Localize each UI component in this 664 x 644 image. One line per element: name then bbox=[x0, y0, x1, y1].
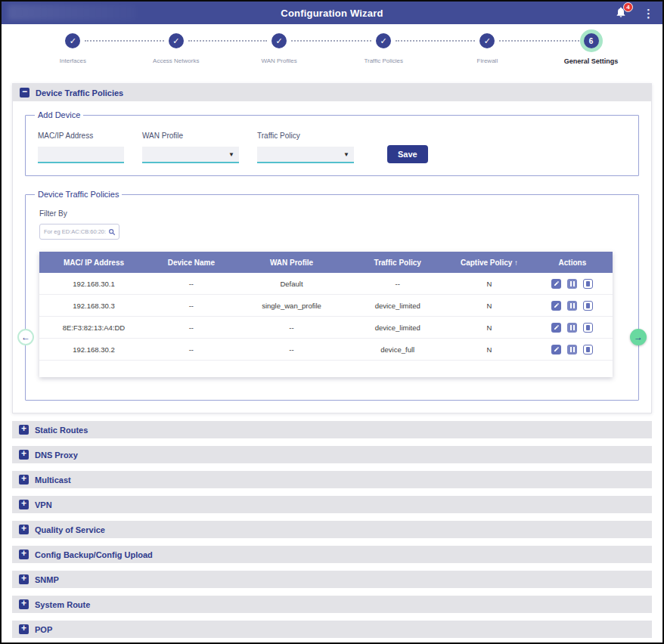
captive-policy-cell: N bbox=[446, 302, 532, 310]
traffic-policy-cell: -- bbox=[349, 280, 446, 288]
save-button[interactable]: Save bbox=[387, 145, 428, 163]
step-number: 6 bbox=[589, 37, 594, 45]
step-circle-interfaces[interactable]: ✓ bbox=[65, 33, 80, 48]
expand-icon[interactable]: + bbox=[19, 574, 29, 584]
filter-field bbox=[39, 224, 119, 240]
mac-ip-label: MAC/IP Address bbox=[38, 132, 124, 140]
column-header[interactable]: Captive Policy ↑ bbox=[446, 259, 532, 267]
traffic-policy-cell: device_full bbox=[349, 345, 446, 354]
section-header-multicast[interactable]: +Multicast bbox=[12, 471, 652, 488]
edit-icon[interactable] bbox=[551, 345, 561, 355]
section-title: System Route bbox=[35, 600, 90, 609]
search-icon[interactable] bbox=[108, 228, 116, 236]
configuration-wizard-page: { "header": { "title": "Configuration Wi… bbox=[0, 0, 664, 644]
wan-profile-cell: single_wan_profile bbox=[234, 302, 349, 310]
actions-cell bbox=[532, 345, 613, 355]
column-header: Device Name bbox=[148, 259, 234, 267]
expand-icon[interactable]: + bbox=[19, 500, 29, 509]
step-connector bbox=[499, 40, 579, 42]
arrow-right-icon: → bbox=[634, 332, 643, 342]
edit-icon[interactable] bbox=[551, 279, 561, 289]
section-header-vpn[interactable]: +VPN bbox=[12, 496, 652, 513]
section-header-static-routes[interactable]: +Static Routes bbox=[12, 421, 652, 438]
expand-icon[interactable]: + bbox=[19, 475, 29, 485]
pause-icon[interactable] bbox=[567, 301, 577, 311]
expand-icon[interactable]: + bbox=[19, 425, 29, 435]
mac-ip-cell: 192.168.30.3 bbox=[39, 302, 148, 310]
step-circle-general-settings[interactable]: 6 bbox=[584, 33, 599, 48]
captive-policy-cell: N bbox=[446, 324, 532, 332]
check-icon: ✓ bbox=[484, 36, 491, 46]
mac-ip-input[interactable] bbox=[38, 147, 124, 163]
wan-profile-label: WAN Profile bbox=[142, 132, 239, 140]
device-traffic-policies-list-fieldset: Device Traffic Policies Filter By MAC/ I… bbox=[25, 190, 639, 401]
section-header-snmp[interactable]: +SNMP bbox=[12, 571, 652, 588]
expand-icon[interactable]: + bbox=[19, 525, 29, 534]
traffic-policy-select[interactable]: ▼ bbox=[257, 147, 354, 163]
expand-icon[interactable]: + bbox=[19, 550, 29, 559]
check-icon: ✓ bbox=[70, 36, 76, 46]
app-header: Configuration Wizard 4 ⋮ bbox=[2, 2, 662, 24]
wan-profile-cell: Default bbox=[234, 280, 349, 288]
traffic-policy-cell: device_limited bbox=[349, 324, 446, 332]
table-row: 192.168.30.1--Default--N bbox=[39, 273, 613, 295]
table-row: 8E:F3:82:13:A4:DD----device_limitedN bbox=[39, 317, 613, 339]
section-header-quality-of-service[interactable]: +Quality of Service bbox=[12, 521, 652, 538]
add-device-legend: Add Device bbox=[35, 110, 83, 119]
collapse-icon[interactable]: − bbox=[20, 88, 29, 98]
stop-icon[interactable] bbox=[583, 323, 593, 333]
check-icon: ✓ bbox=[275, 36, 282, 46]
step-label: WAN Profiles bbox=[226, 57, 332, 64]
column-header: MAC/ IP Address bbox=[39, 259, 148, 267]
device-policies-table: MAC/ IP AddressDevice NameWAN ProfileTra… bbox=[39, 252, 613, 377]
stop-icon[interactable] bbox=[583, 301, 593, 311]
step-label: Access Networks bbox=[123, 57, 229, 64]
step-circle-traffic-policies[interactable]: ✓ bbox=[376, 33, 391, 48]
next-page-button[interactable]: → bbox=[630, 329, 647, 345]
section-content: Add Device MAC/IP Address WAN Profile ▼ … bbox=[13, 101, 651, 404]
step-connector bbox=[396, 40, 475, 42]
section-header-dns-proxy[interactable]: +DNS Proxy bbox=[12, 446, 652, 463]
wan-profile-select[interactable]: ▼ bbox=[142, 147, 239, 163]
pause-icon[interactable] bbox=[567, 279, 577, 289]
section-header-pop[interactable]: +POP bbox=[12, 621, 652, 638]
step-circle-wan-profiles[interactable]: ✓ bbox=[271, 33, 287, 48]
stop-icon[interactable] bbox=[583, 279, 593, 289]
collapsed-sections: +Static Routes+DNS Proxy+Multicast+VPN+Q… bbox=[2, 421, 662, 638]
edit-icon[interactable] bbox=[551, 301, 561, 311]
pause-icon[interactable] bbox=[567, 323, 577, 333]
logo-redacted bbox=[8, 5, 136, 20]
section-header-system-route[interactable]: +System Route bbox=[12, 596, 652, 613]
mac-ip-cell: 192.168.30.2 bbox=[39, 345, 148, 354]
step-label: Firewall bbox=[434, 57, 540, 64]
step-circle-firewall[interactable]: ✓ bbox=[479, 33, 495, 48]
section-header-device-traffic-policies[interactable]: − Device Traffic Policies bbox=[13, 84, 651, 101]
device-name-cell: -- bbox=[148, 280, 234, 288]
traffic-policy-label: Traffic Policy bbox=[257, 132, 354, 140]
notification-badge: 4 bbox=[623, 2, 633, 12]
chevron-down-icon: ▼ bbox=[228, 151, 234, 158]
section-title: Static Routes bbox=[35, 426, 88, 435]
step-connector bbox=[85, 40, 163, 42]
expand-icon[interactable]: + bbox=[19, 624, 29, 634]
previous-page-button[interactable]: ← bbox=[17, 329, 34, 345]
table-row: 192.168.30.2----device_fullN bbox=[39, 339, 613, 361]
device-name-cell: -- bbox=[148, 302, 234, 310]
wan-profile-cell: -- bbox=[234, 324, 349, 332]
step-circle-access-networks[interactable]: ✓ bbox=[169, 33, 184, 48]
check-icon: ✓ bbox=[380, 36, 387, 46]
filter-input[interactable] bbox=[44, 228, 106, 235]
pause-icon[interactable] bbox=[567, 345, 577, 355]
expand-icon[interactable]: + bbox=[19, 450, 29, 460]
notifications-button[interactable]: 4 bbox=[615, 6, 628, 20]
stop-icon[interactable] bbox=[583, 345, 593, 355]
edit-icon[interactable] bbox=[551, 323, 561, 333]
step-label: General Settings bbox=[538, 57, 644, 65]
device-traffic-policies-panel: − Device Traffic Policies Add Device MAC… bbox=[12, 83, 652, 413]
column-header: WAN Profile bbox=[234, 259, 349, 267]
section-header-config-backup-config-upload[interactable]: +Config Backup/Config Upload bbox=[12, 546, 652, 563]
actions-cell bbox=[532, 323, 613, 333]
kebab-menu-icon[interactable]: ⋮ bbox=[641, 8, 656, 19]
expand-icon[interactable]: + bbox=[19, 599, 29, 609]
mac-ip-cell: 8E:F3:82:13:A4:DD bbox=[39, 324, 148, 332]
